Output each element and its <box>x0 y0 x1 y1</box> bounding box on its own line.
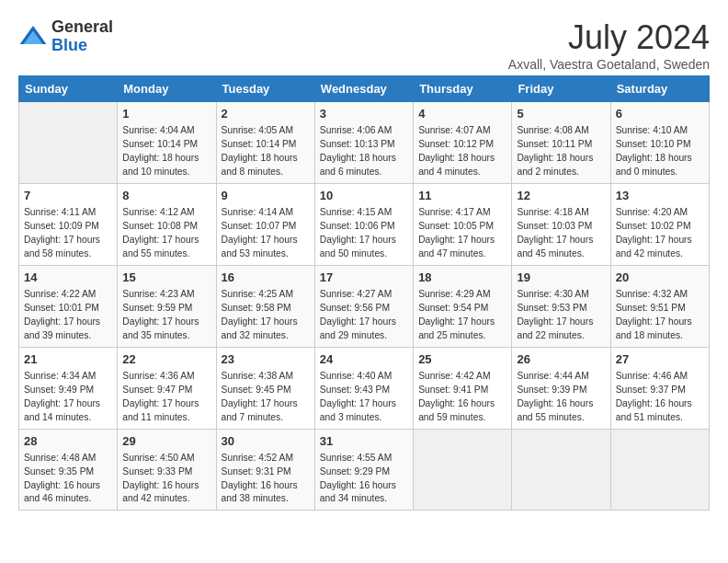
day-number: 30 <box>222 433 310 450</box>
calendar-cell: 3Sunrise: 4:06 AMSunset: 10:13 PMDayligh… <box>314 102 413 184</box>
day-info: Sunrise: 4:40 AMSunset: 9:43 PMDaylight:… <box>320 370 408 425</box>
calendar-cell: 24Sunrise: 4:40 AMSunset: 9:43 PMDayligh… <box>314 347 413 429</box>
day-info: Sunrise: 4:06 AMSunset: 10:13 PMDaylight… <box>320 124 408 179</box>
day-number: 15 <box>122 270 210 286</box>
calendar-cell: 25Sunrise: 4:42 AMSunset: 9:41 PMDayligh… <box>414 347 512 429</box>
logo-text: General Blue <box>51 18 113 55</box>
day-info: Sunrise: 4:42 AMSunset: 9:41 PMDaylight:… <box>418 370 506 425</box>
day-number: 1 <box>122 106 210 122</box>
day-number: 10 <box>320 188 408 204</box>
day-info: Sunrise: 4:34 AMSunset: 9:49 PMDaylight:… <box>24 370 112 425</box>
day-info: Sunrise: 4:22 AMSunset: 10:01 PMDaylight… <box>24 288 112 343</box>
day-info: Sunrise: 4:18 AMSunset: 10:03 PMDaylight… <box>517 206 605 261</box>
logo-general: General <box>51 17 113 36</box>
day-number: 16 <box>222 270 310 286</box>
day-number: 14 <box>24 270 112 286</box>
day-number: 7 <box>24 188 112 204</box>
calendar-cell <box>414 429 512 511</box>
day-info: Sunrise: 4:36 AMSunset: 9:47 PMDaylight:… <box>122 370 210 425</box>
calendar-cell: 18Sunrise: 4:29 AMSunset: 9:54 PMDayligh… <box>414 265 512 347</box>
day-info: Sunrise: 4:52 AMSunset: 9:31 PMDaylight:… <box>222 452 310 507</box>
day-number: 3 <box>320 106 408 122</box>
calendar-cell: 15Sunrise: 4:23 AMSunset: 9:59 PMDayligh… <box>118 265 216 347</box>
week-row-1: 1Sunrise: 4:04 AMSunset: 10:14 PMDayligh… <box>19 102 710 184</box>
day-number: 22 <box>122 351 210 368</box>
day-number: 9 <box>222 188 310 204</box>
calendar-cell: 6Sunrise: 4:10 AMSunset: 10:10 PMDayligh… <box>610 102 709 184</box>
day-number: 28 <box>24 433 112 450</box>
calendar-cell: 31Sunrise: 4:55 AMSunset: 9:29 PMDayligh… <box>314 429 413 511</box>
calendar-cell: 4Sunrise: 4:07 AMSunset: 10:12 PMDayligh… <box>414 102 512 184</box>
calendar-cell: 2Sunrise: 4:05 AMSunset: 10:14 PMDayligh… <box>216 102 314 184</box>
calendar-cell: 21Sunrise: 4:34 AMSunset: 9:49 PMDayligh… <box>19 347 118 429</box>
day-info: Sunrise: 4:29 AMSunset: 9:54 PMDaylight:… <box>418 288 506 343</box>
day-number: 11 <box>418 188 506 204</box>
day-info: Sunrise: 4:08 AMSunset: 10:11 PMDaylight… <box>517 124 605 179</box>
day-number: 26 <box>517 351 605 368</box>
day-number: 8 <box>122 188 210 204</box>
weekday-header-friday: Friday <box>512 76 610 102</box>
calendar-cell: 19Sunrise: 4:30 AMSunset: 9:53 PMDayligh… <box>512 265 610 347</box>
day-info: Sunrise: 4:27 AMSunset: 9:56 PMDaylight:… <box>320 288 408 343</box>
calendar-cell: 14Sunrise: 4:22 AMSunset: 10:01 PMDaylig… <box>19 265 118 347</box>
day-number: 20 <box>616 270 704 286</box>
day-info: Sunrise: 4:32 AMSunset: 9:51 PMDaylight:… <box>616 288 704 343</box>
day-info: Sunrise: 4:46 AMSunset: 9:37 PMDaylight:… <box>616 370 704 425</box>
day-info: Sunrise: 4:50 AMSunset: 9:33 PMDaylight:… <box>122 452 210 507</box>
calendar-cell: 22Sunrise: 4:36 AMSunset: 9:47 PMDayligh… <box>118 347 216 429</box>
day-number: 27 <box>616 351 704 368</box>
day-number: 18 <box>418 270 506 286</box>
weekday-header-tuesday: Tuesday <box>216 76 314 102</box>
day-number: 19 <box>517 270 605 286</box>
week-row-2: 7Sunrise: 4:11 AMSunset: 10:09 PMDayligh… <box>19 183 710 265</box>
day-info: Sunrise: 4:17 AMSunset: 10:05 PMDaylight… <box>418 206 506 261</box>
day-info: Sunrise: 4:20 AMSunset: 10:02 PMDaylight… <box>616 206 704 261</box>
week-row-5: 28Sunrise: 4:48 AMSunset: 9:35 PMDayligh… <box>19 429 710 511</box>
calendar-cell: 29Sunrise: 4:50 AMSunset: 9:33 PMDayligh… <box>118 429 216 511</box>
logo: General Blue <box>18 18 113 55</box>
calendar-cell: 16Sunrise: 4:25 AMSunset: 9:58 PMDayligh… <box>216 265 314 347</box>
calendar-cell: 30Sunrise: 4:52 AMSunset: 9:31 PMDayligh… <box>216 429 314 511</box>
day-info: Sunrise: 4:15 AMSunset: 10:06 PMDaylight… <box>320 206 408 261</box>
calendar-cell: 10Sunrise: 4:15 AMSunset: 10:06 PMDaylig… <box>314 183 413 265</box>
day-number: 12 <box>517 188 605 204</box>
month-title: July 2024 <box>508 18 710 57</box>
day-number: 24 <box>320 351 408 368</box>
calendar-cell: 7Sunrise: 4:11 AMSunset: 10:09 PMDayligh… <box>19 183 118 265</box>
weekday-header-sunday: Sunday <box>19 76 118 102</box>
day-number: 23 <box>222 351 310 368</box>
day-info: Sunrise: 4:04 AMSunset: 10:14 PMDaylight… <box>122 124 210 179</box>
day-number: 5 <box>517 106 605 122</box>
calendar-cell: 11Sunrise: 4:17 AMSunset: 10:05 PMDaylig… <box>414 183 512 265</box>
day-info: Sunrise: 4:14 AMSunset: 10:07 PMDaylight… <box>222 206 310 261</box>
calendar-cell: 13Sunrise: 4:20 AMSunset: 10:02 PMDaylig… <box>610 183 709 265</box>
calendar-cell: 9Sunrise: 4:14 AMSunset: 10:07 PMDayligh… <box>216 183 314 265</box>
calendar-cell <box>512 429 610 511</box>
logo-blue: Blue <box>51 36 87 54</box>
location-subtitle: Axvall, Vaestra Goetaland, Sweden <box>508 57 710 72</box>
weekday-header-saturday: Saturday <box>610 76 709 102</box>
day-info: Sunrise: 4:25 AMSunset: 9:58 PMDaylight:… <box>222 288 310 343</box>
day-info: Sunrise: 4:11 AMSunset: 10:09 PMDaylight… <box>24 206 112 261</box>
calendar-cell: 23Sunrise: 4:38 AMSunset: 9:45 PMDayligh… <box>216 347 314 429</box>
day-info: Sunrise: 4:05 AMSunset: 10:14 PMDaylight… <box>222 124 310 179</box>
title-block: July 2024 Axvall, Vaestra Goetaland, Swe… <box>508 18 710 72</box>
calendar-cell <box>19 102 118 184</box>
calendar-table: SundayMondayTuesdayWednesdayThursdayFrid… <box>18 75 710 511</box>
day-info: Sunrise: 4:12 AMSunset: 10:08 PMDaylight… <box>122 206 210 261</box>
day-info: Sunrise: 4:55 AMSunset: 9:29 PMDaylight:… <box>320 452 408 507</box>
calendar-cell: 20Sunrise: 4:32 AMSunset: 9:51 PMDayligh… <box>610 265 709 347</box>
day-info: Sunrise: 4:30 AMSunset: 9:53 PMDaylight:… <box>517 288 605 343</box>
calendar-cell: 27Sunrise: 4:46 AMSunset: 9:37 PMDayligh… <box>610 347 709 429</box>
day-number: 29 <box>122 433 210 450</box>
header: General Blue July 2024 Axvall, Vaestra G… <box>18 18 710 72</box>
day-number: 31 <box>320 433 408 450</box>
week-row-4: 21Sunrise: 4:34 AMSunset: 9:49 PMDayligh… <box>19 347 710 429</box>
weekday-header-thursday: Thursday <box>414 76 512 102</box>
weekday-header-row: SundayMondayTuesdayWednesdayThursdayFrid… <box>19 76 710 102</box>
calendar-cell <box>610 429 709 511</box>
day-info: Sunrise: 4:38 AMSunset: 9:45 PMDaylight:… <box>222 370 310 425</box>
weekday-header-monday: Monday <box>118 76 216 102</box>
week-row-3: 14Sunrise: 4:22 AMSunset: 10:01 PMDaylig… <box>19 265 710 347</box>
day-info: Sunrise: 4:48 AMSunset: 9:35 PMDaylight:… <box>24 452 112 507</box>
